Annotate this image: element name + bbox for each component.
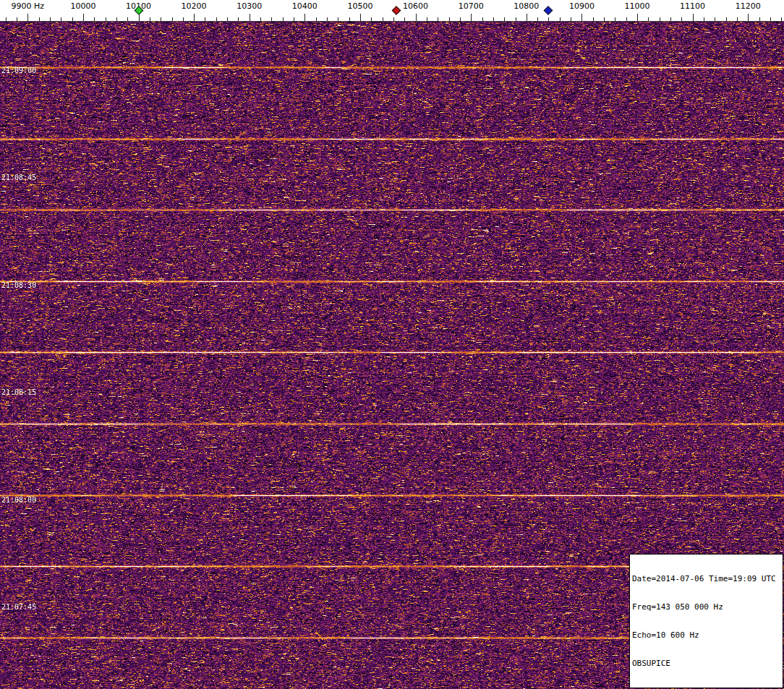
freq-minor-tick bbox=[670, 17, 671, 21]
freq-minor-tick bbox=[150, 17, 150, 21]
freq-major-tick bbox=[581, 14, 582, 21]
freq-tick-label: 11200 bbox=[736, 1, 761, 11]
waterfall-display: 21:09:0021:08:4521:08:3021:08:1521:08:00… bbox=[0, 22, 784, 689]
freq-minor-tick bbox=[482, 17, 483, 21]
freq-minor-tick bbox=[61, 17, 61, 21]
freq-minor-tick bbox=[560, 17, 561, 21]
freq-minor-tick bbox=[493, 17, 494, 21]
freq-major-tick bbox=[471, 14, 472, 21]
freq-minor-tick bbox=[438, 17, 438, 21]
freq-tick-label: 11100 bbox=[680, 1, 705, 11]
freq-minor-tick bbox=[6, 17, 7, 21]
freq-minor-tick bbox=[106, 17, 106, 21]
time-axis-label: 21:09:00 bbox=[1, 67, 36, 74]
freq-minor-tick bbox=[715, 17, 715, 21]
freq-minor-tick bbox=[615, 17, 615, 21]
freq-minor-tick bbox=[50, 17, 51, 21]
frequency-ruler[interactable]: 9900 Hz100001010010200103001040010500106… bbox=[0, 0, 784, 22]
time-axis-label: 21:07:45 bbox=[1, 603, 36, 611]
freq-major-tick bbox=[416, 14, 417, 21]
freq-minor-tick bbox=[283, 17, 284, 21]
freq-minor-tick bbox=[548, 17, 549, 21]
freq-minor-tick bbox=[216, 17, 217, 21]
freq-minor-tick bbox=[704, 17, 704, 21]
freq-major-tick bbox=[250, 14, 250, 21]
freq-minor-tick bbox=[516, 17, 516, 21]
freq-tick-label: 10300 bbox=[237, 1, 262, 11]
freq-minor-tick bbox=[504, 17, 505, 21]
freq-minor-tick bbox=[94, 17, 95, 21]
freq-minor-tick bbox=[427, 17, 427, 21]
freq-minor-tick bbox=[327, 17, 328, 21]
info-frequency: Freq=143 050 000 Hz bbox=[632, 602, 780, 612]
freq-tick-label: 10800 bbox=[514, 1, 539, 11]
freq-minor-tick bbox=[271, 17, 272, 21]
observation-info-box: Date=2014-07-06 Time=19:09 UTC Freq=143 … bbox=[629, 554, 783, 688]
freq-minor-tick bbox=[127, 17, 128, 21]
freq-major-tick bbox=[27, 14, 28, 21]
blue-diamond-marker[interactable] bbox=[544, 6, 553, 15]
freq-minor-tick bbox=[172, 17, 173, 21]
freq-tick-label: 10200 bbox=[182, 1, 207, 11]
freq-minor-tick bbox=[759, 17, 760, 21]
freq-major-tick bbox=[693, 14, 694, 21]
freq-minor-tick bbox=[593, 17, 594, 21]
freq-minor-tick bbox=[17, 17, 17, 21]
freq-minor-tick bbox=[260, 17, 261, 21]
freq-minor-tick bbox=[781, 17, 782, 21]
freq-minor-tick bbox=[371, 17, 372, 21]
freq-major-tick bbox=[194, 14, 195, 21]
freq-minor-tick bbox=[537, 17, 538, 21]
freq-minor-tick bbox=[227, 17, 228, 21]
freq-major-tick bbox=[304, 14, 305, 21]
freq-minor-tick bbox=[316, 17, 317, 21]
freq-minor-tick bbox=[338, 17, 338, 21]
freq-minor-tick bbox=[349, 17, 350, 21]
freq-minor-tick bbox=[648, 17, 649, 21]
freq-minor-tick bbox=[604, 17, 605, 21]
freq-minor-tick bbox=[770, 17, 771, 21]
spectrogram-app: 9900 Hz100001010010200103001040010500106… bbox=[0, 0, 784, 689]
freq-minor-tick bbox=[681, 17, 682, 21]
freq-tick-label: 10600 bbox=[403, 1, 428, 11]
freq-major-tick bbox=[637, 14, 638, 21]
freq-minor-tick bbox=[737, 17, 738, 21]
freq-minor-tick bbox=[39, 17, 40, 21]
freq-minor-tick bbox=[116, 17, 117, 21]
freq-tick-label: 10500 bbox=[348, 1, 373, 11]
freq-tick-label: 10400 bbox=[292, 1, 318, 11]
time-axis-label: 21:08:15 bbox=[1, 388, 36, 396]
time-axis-label: 21:08:45 bbox=[1, 174, 36, 181]
freq-minor-tick bbox=[571, 17, 571, 21]
freq-minor-tick bbox=[460, 17, 461, 21]
freq-minor-tick bbox=[726, 17, 727, 21]
freq-minor-tick bbox=[294, 17, 294, 21]
freq-minor-tick bbox=[205, 17, 205, 21]
freq-major-tick bbox=[83, 14, 84, 21]
freq-tick-label: 11000 bbox=[625, 1, 650, 11]
freq-minor-tick bbox=[404, 17, 405, 21]
freq-major-tick bbox=[527, 14, 527, 21]
freq-minor-tick bbox=[72, 17, 73, 21]
info-station: OBSUPICE bbox=[632, 659, 780, 668]
freq-tick-label: 10000 bbox=[70, 1, 95, 11]
freq-tick-label: 10900 bbox=[569, 1, 595, 11]
freq-major-tick bbox=[748, 14, 749, 21]
freq-tick-label: 10700 bbox=[459, 1, 484, 11]
freq-minor-tick bbox=[238, 17, 239, 21]
freq-major-tick bbox=[360, 14, 361, 21]
freq-minor-tick bbox=[161, 17, 161, 21]
freq-minor-tick bbox=[660, 17, 660, 21]
freq-minor-tick bbox=[393, 17, 394, 21]
freq-minor-tick bbox=[626, 17, 627, 21]
freq-minor-tick bbox=[183, 17, 184, 21]
info-date-time: Date=2014-07-06 Time=19:09 UTC bbox=[632, 574, 780, 583]
red-diamond-marker[interactable] bbox=[391, 6, 401, 15]
freq-tick-label: 9900 Hz bbox=[12, 1, 45, 11]
freq-minor-tick bbox=[383, 17, 383, 21]
info-echo: Echo=10 600 Hz bbox=[632, 630, 780, 640]
time-axis-label: 21:08:30 bbox=[1, 281, 36, 289]
freq-minor-tick bbox=[449, 17, 450, 21]
time-axis-label: 21:08:00 bbox=[1, 496, 36, 504]
